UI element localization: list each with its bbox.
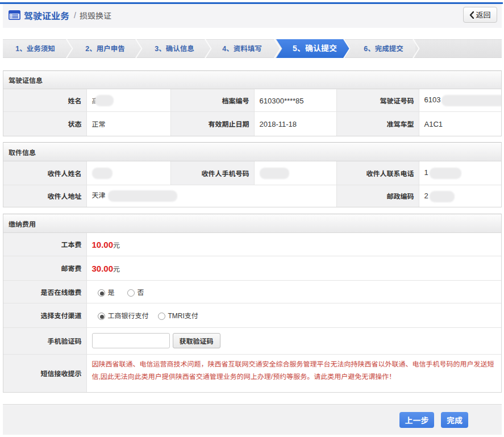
svg-text:5、确认提交: 5、确认提交 [293,42,337,53]
svg-text:3、确认信息: 3、确认信息 [155,43,194,53]
svg-text:1、业务须知: 1、业务须知 [15,43,55,53]
svg-text:6、完成提交: 6、完成提交 [364,43,403,53]
svg-text:4、资料填写: 4、资料填写 [222,43,261,53]
svg-text:2、用户申告: 2、用户申告 [85,43,124,53]
